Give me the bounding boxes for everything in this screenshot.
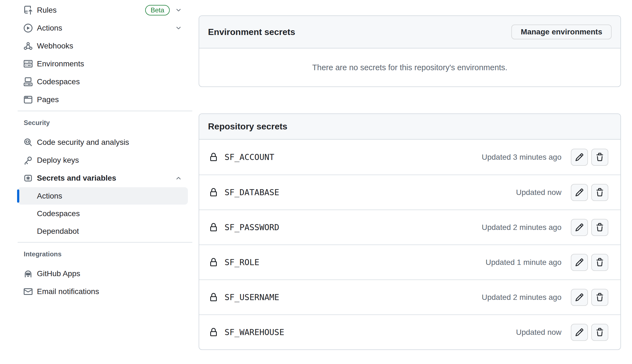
secret-name: SF_WAREHOUSE <box>225 327 284 337</box>
sidebar-subitem-actions[interactable]: Actions <box>18 187 188 205</box>
edit-secret-button[interactable] <box>571 324 588 341</box>
environment-secrets-header: Environment secrets Manage environments <box>199 16 620 48</box>
secret-updated-timestamp: Updated 1 minute ago <box>485 258 561 267</box>
sidebar-item-label: Rules <box>37 6 57 15</box>
repository-secrets-title: Repository secrets <box>208 121 287 132</box>
secret-row: SF_ACCOUNT Updated 3 minutes ago <box>199 140 620 175</box>
secret-row: SF_USERNAME Updated 2 minutes ago <box>199 279 620 314</box>
sidebar-item-webhooks[interactable]: Webhooks <box>18 37 188 55</box>
settings-sidebar: Rules Beta Actions Webhooks Environments… <box>0 0 198 364</box>
sidebar-item-code-security[interactable]: Code security and analysis <box>18 133 188 151</box>
sidebar-subitem-label: Codespaces <box>37 209 80 218</box>
sidebar-item-rules[interactable]: Rules Beta <box>18 1 188 19</box>
environment-secrets-title: Environment secrets <box>208 27 295 37</box>
edit-secret-button[interactable] <box>571 149 588 166</box>
sidebar-item-label: Actions <box>37 24 62 32</box>
sidebar-item-secrets-and-variables[interactable]: Secrets and variables <box>18 169 188 187</box>
sidebar-item-label: Email notifications <box>37 287 99 296</box>
edit-secret-button[interactable] <box>571 254 588 271</box>
secret-name: SF_PASSWORD <box>225 222 279 232</box>
server-icon <box>24 59 33 68</box>
sidebar-item-label: Secrets and variables <box>37 174 116 183</box>
edit-secret-button[interactable] <box>571 289 588 306</box>
delete-secret-button[interactable] <box>591 149 608 166</box>
secret-updated-timestamp: Updated 3 minutes ago <box>482 153 561 162</box>
sidebar-item-label: Environments <box>37 59 84 68</box>
sidebar-item-label: Webhooks <box>37 42 73 50</box>
active-indicator-bar <box>17 189 19 203</box>
lock-icon <box>209 293 218 302</box>
sidebar-item-label: Deploy keys <box>37 156 79 165</box>
secret-row: SF_DATABASE Updated now <box>199 175 620 210</box>
codespaces-icon <box>24 77 33 86</box>
lock-icon <box>209 188 218 197</box>
sidebar-section-integrations: Integrations <box>18 249 188 259</box>
secret-row: SF_WAREHOUSE Updated now <box>199 314 620 349</box>
secret-asterisk-icon <box>24 174 33 183</box>
sidebar-item-label: Codespaces <box>37 77 80 86</box>
manage-environments-button[interactable]: Manage environments <box>511 25 612 39</box>
sidebar-subitem-label: Dependabot <box>37 227 79 236</box>
trash-icon <box>595 328 604 337</box>
webhook-icon <box>24 42 33 50</box>
secret-name: SF_ROLE <box>225 257 259 267</box>
trash-icon <box>595 293 604 302</box>
pencil-icon <box>575 188 584 197</box>
delete-secret-button[interactable] <box>591 289 608 306</box>
secret-updated-timestamp: Updated 2 minutes ago <box>482 293 561 302</box>
trash-icon <box>595 188 604 197</box>
sidebar-item-label: Code security and analysis <box>37 138 129 147</box>
secret-updated-timestamp: Updated now <box>516 328 561 337</box>
secret-row: SF_ROLE Updated 1 minute ago <box>199 245 620 279</box>
edit-secret-button[interactable] <box>571 184 588 201</box>
secret-updated-timestamp: Updated now <box>516 188 561 197</box>
mail-icon <box>24 287 33 296</box>
sidebar-subitem-codespaces[interactable]: Codespaces <box>18 205 188 222</box>
play-icon <box>24 24 33 32</box>
sidebar-item-email-notifications[interactable]: Email notifications <box>18 282 188 300</box>
settings-nav: Rules Beta Actions Webhooks Environments… <box>18 1 188 300</box>
sidebar-divider <box>18 242 192 243</box>
browser-icon <box>24 95 33 104</box>
sidebar-item-environments[interactable]: Environments <box>18 55 188 73</box>
sidebar-section-security: Security <box>18 118 188 128</box>
trash-icon <box>595 223 604 232</box>
secret-row: SF_PASSWORD Updated 2 minutes ago <box>199 210 620 245</box>
trash-icon <box>595 153 604 162</box>
key-icon <box>24 156 33 165</box>
delete-secret-button[interactable] <box>591 219 608 236</box>
sidebar-item-actions[interactable]: Actions <box>18 19 188 37</box>
repository-secrets-header: Repository secrets <box>199 114 620 140</box>
sidebar-item-pages[interactable]: Pages <box>18 91 188 108</box>
secret-name: SF_DATABASE <box>225 188 279 197</box>
pencil-icon <box>575 293 584 302</box>
edit-secret-button[interactable] <box>571 219 588 236</box>
sidebar-item-deploy-keys[interactable]: Deploy keys <box>18 151 188 169</box>
environment-secrets-empty-state: There are no secrets for this repository… <box>199 48 620 86</box>
sidebar-subitem-label: Actions <box>37 192 62 200</box>
lock-icon <box>209 153 218 162</box>
secret-updated-timestamp: Updated 2 minutes ago <box>482 223 561 232</box>
hubot-icon <box>24 269 33 278</box>
pencil-icon <box>575 223 584 232</box>
pencil-icon <box>575 328 584 337</box>
sidebar-divider <box>18 111 192 111</box>
sidebar-subitem-dependabot[interactable]: Dependabot <box>18 222 188 240</box>
codescan-icon <box>24 138 33 147</box>
secret-name: SF_ACCOUNT <box>225 152 274 162</box>
trash-icon <box>595 258 604 267</box>
delete-secret-button[interactable] <box>591 324 608 341</box>
repo-push-icon <box>24 6 33 15</box>
chevron-up-icon <box>175 175 182 181</box>
delete-secret-button[interactable] <box>591 184 608 201</box>
lock-icon <box>209 223 218 232</box>
sidebar-item-codespaces[interactable]: Codespaces <box>18 73 188 91</box>
sidebar-item-label: GitHub Apps <box>37 269 80 278</box>
lock-icon <box>209 258 218 267</box>
main-content: Environment secrets Manage environments … <box>199 0 621 350</box>
delete-secret-button[interactable] <box>591 254 608 271</box>
beta-badge: Beta <box>145 5 170 15</box>
pencil-icon <box>575 258 584 267</box>
sidebar-item-label: Pages <box>37 95 59 104</box>
sidebar-item-github-apps[interactable]: GitHub Apps <box>18 265 188 282</box>
